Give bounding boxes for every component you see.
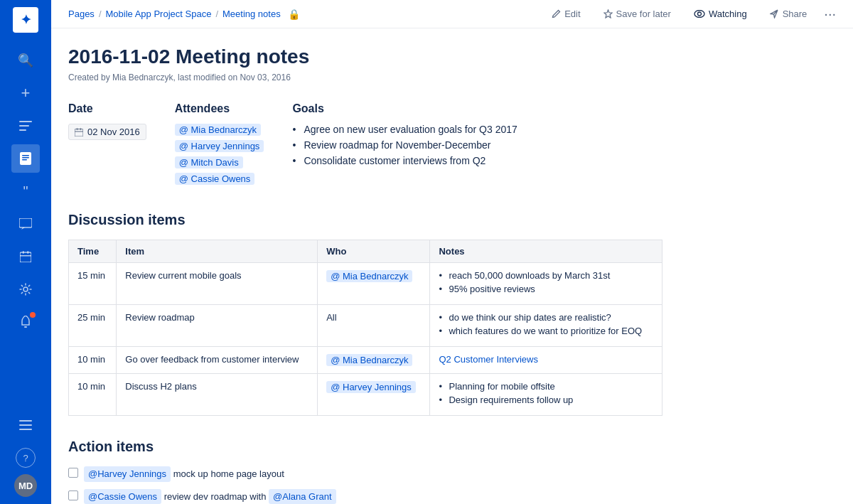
mention-who[interactable]: @ Mia Bednarczyk	[326, 354, 412, 366]
sidebar: ✦ 🔍 + " ? MD	[0, 0, 51, 504]
svg-rect-16	[19, 429, 32, 430]
action-item: @Harvey Jennings mock up home page layou…	[68, 466, 662, 482]
cell-time: 10 min	[69, 347, 117, 374]
list-item: Review roadmap for November-December	[292, 139, 517, 151]
share-button[interactable]: Share	[764, 6, 813, 22]
goals-list: Agree on new user evaluation goals for Q…	[292, 124, 517, 166]
attendees-list: @ Mia Bednarczyk @ Harvey Jennings @ Mit…	[175, 124, 264, 185]
list-item: @ Mitch Davis	[175, 156, 264, 168]
svg-rect-8	[20, 252, 31, 262]
help-icon[interactable]: ?	[16, 448, 36, 468]
search-icon[interactable]: 🔍	[11, 46, 40, 75]
cell-who: @ Harvey Jennings	[318, 374, 430, 416]
breadcrumb-current[interactable]: Meeting notes	[222, 9, 281, 19]
list-item: Planning for mobile offsite	[439, 381, 653, 392]
breadcrumb-pages[interactable]: Pages	[68, 9, 95, 19]
svg-rect-3	[20, 152, 31, 165]
hamburger-icon[interactable]	[11, 411, 40, 439]
action-item: @Cassie Owens review dev roadmap with @A…	[68, 489, 662, 505]
mention-who[interactable]: @ Mia Bednarczyk	[326, 270, 412, 282]
calendar-small-icon	[75, 128, 83, 136]
list-item: @ Mia Bednarczyk	[175, 124, 264, 136]
svg-rect-5	[22, 157, 29, 159]
topbar: Pages / Mobile App Project Space / Meeti…	[51, 0, 853, 28]
cell-time: 25 min	[69, 305, 117, 347]
filter-icon[interactable]	[11, 112, 40, 140]
watching-button[interactable]: Watching	[688, 6, 753, 22]
attendees-heading: Attendees	[175, 102, 264, 115]
svg-rect-11	[20, 255, 31, 257]
mention-mia[interactable]: @ Mia Bednarczyk	[175, 124, 261, 136]
edit-button[interactable]: Edit	[546, 6, 586, 22]
action-text: @Harvey Jennings mock up home page layou…	[84, 466, 284, 482]
mention-cassie[interactable]: @ Cassie Owens	[175, 173, 255, 185]
edit-icon	[552, 9, 561, 18]
quote-icon[interactable]: "	[11, 177, 40, 205]
action-checkbox[interactable]	[68, 490, 78, 500]
action-checkbox[interactable]	[68, 468, 78, 478]
cell-item: Discuss H2 plans	[117, 374, 318, 416]
svg-rect-7	[19, 218, 32, 227]
date-section: Date 02 Nov 2016	[68, 102, 146, 189]
list-item: Agree on new user evaluation goals for Q…	[292, 124, 517, 135]
list-item: do we think our ship dates are realistic…	[439, 312, 653, 323]
mention-who[interactable]: @ Harvey Jennings	[326, 381, 416, 393]
date-heading: Date	[68, 102, 146, 115]
avatar[interactable]: MD	[14, 474, 37, 497]
cell-notes: reach 50,000 downloads by March 31st 95%…	[430, 263, 662, 305]
svg-point-12	[23, 287, 28, 291]
action-text-part: mock up home page layout	[173, 468, 284, 479]
logo[interactable]: ✦	[13, 7, 38, 33]
mention-harvey-action[interactable]: @Harvey Jennings	[84, 466, 171, 482]
cell-time: 15 min	[69, 263, 117, 305]
svg-rect-6	[22, 159, 27, 161]
svg-rect-14	[19, 420, 32, 422]
more-button[interactable]: ···	[824, 6, 836, 22]
list-item: 95% positive reviews	[439, 284, 653, 294]
create-icon[interactable]: +	[11, 79, 40, 107]
main-content: Pages / Mobile App Project Space / Meeti…	[51, 0, 853, 504]
goals-heading: Goals	[292, 102, 517, 115]
mention-harvey[interactable]: @ Harvey Jennings	[175, 140, 264, 152]
breadcrumb-project[interactable]: Mobile App Project Space	[106, 9, 212, 19]
svg-rect-13	[24, 326, 27, 328]
svg-point-17	[694, 11, 704, 18]
svg-rect-21	[80, 128, 81, 130]
page-icon[interactable]	[11, 144, 40, 173]
mention-mitch[interactable]: @ Mitch Davis	[175, 156, 243, 168]
settings-icon[interactable]	[11, 275, 40, 304]
cell-notes: Q2 Customer Interviews	[430, 347, 662, 374]
cell-item: Review roadmap	[117, 305, 318, 347]
svg-rect-2	[19, 129, 26, 131]
date-value: 02 Nov 2016	[87, 127, 140, 137]
discussion-heading: Discussion items	[68, 212, 662, 228]
date-badge: 02 Nov 2016	[68, 124, 146, 140]
mention-alana-action[interactable]: @Alana Grant	[269, 489, 336, 505]
comment-icon[interactable]	[11, 210, 40, 238]
goals-section: Goals Agree on new user evaluation goals…	[292, 102, 517, 189]
list-item: reach 50,000 downloads by March 31st	[439, 270, 653, 281]
cell-notes: Planning for mobile offsite Design requi…	[430, 374, 662, 416]
notification-icon[interactable]	[11, 308, 40, 336]
breadcrumb-sep-1: /	[99, 9, 102, 19]
calendar-icon[interactable]	[11, 242, 40, 271]
list-item: which features do we want to prioritize …	[439, 326, 653, 336]
save-for-later-button[interactable]: Save for later	[598, 6, 677, 22]
q2-interviews-link[interactable]: Q2 Customer Interviews	[439, 354, 537, 365]
lock-icon: 🔒	[288, 9, 300, 20]
share-icon	[770, 9, 779, 18]
list-item: Design requirements follow up	[439, 395, 653, 405]
cell-who: @ Mia Bednarczyk	[318, 347, 430, 374]
cell-notes: do we think our ship dates are realistic…	[430, 305, 662, 347]
page-title: 2016-11-02 Meeting notes	[68, 45, 662, 68]
mention-cassie-action[interactable]: @Cassie Owens	[84, 489, 161, 505]
star-icon	[603, 9, 613, 18]
svg-rect-4	[22, 155, 29, 156]
page-content: 2016-11-02 Meeting notes Created by Mia …	[51, 28, 691, 504]
breadcrumb: Pages / Mobile App Project Space / Meeti…	[68, 9, 300, 20]
page-meta: Created by Mia Bednarczyk, last modified…	[68, 73, 662, 82]
cell-item: Review current mobile goals	[117, 263, 318, 305]
attendees-section: Attendees @ Mia Bednarczyk @ Harvey Jenn…	[175, 102, 264, 189]
info-columns: Date 02 Nov 2016 Attendees @ Mia Bednarc…	[68, 102, 662, 189]
svg-rect-9	[23, 251, 24, 254]
